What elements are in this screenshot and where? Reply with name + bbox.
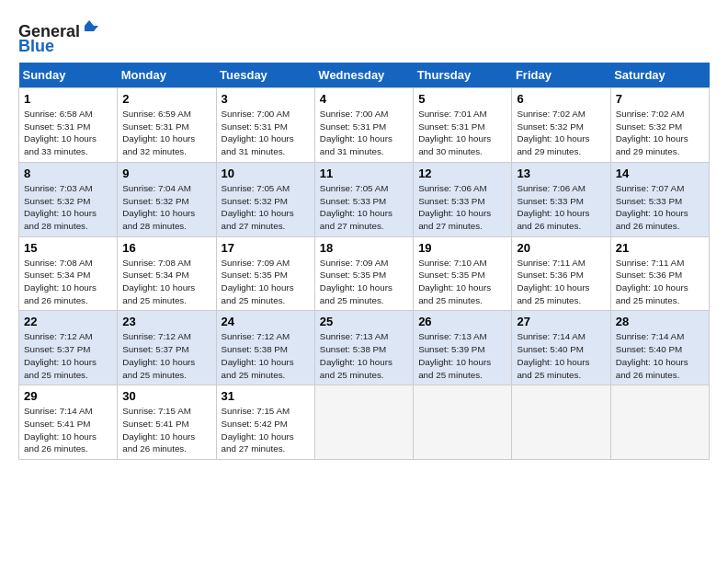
day-info: Sunrise: 7:06 AM Sunset: 5:33 PM Dayligh… [517,182,605,233]
day-info: Sunrise: 7:09 AM Sunset: 5:35 PM Dayligh… [320,257,408,307]
calendar-cell: 1Sunrise: 6:58 AM Sunset: 5:31 PM Daylig… [19,88,118,163]
calendar-cell: 13Sunrise: 7:06 AM Sunset: 5:33 PM Dayli… [512,162,610,236]
day-info: Sunrise: 7:12 AM Sunset: 5:38 PM Dayligh… [222,330,310,381]
day-info: Sunrise: 7:13 AM Sunset: 5:39 PM Dayligh… [418,330,506,381]
day-info: Sunrise: 7:08 AM Sunset: 5:34 PM Dayligh… [122,257,210,307]
day-number: 25 [320,315,408,328]
column-header-friday: Friday [512,63,610,88]
day-number: 20 [517,241,605,255]
calendar-cell [610,385,709,460]
calendar-header-row: SundayMondayTuesdayWednesdayThursdayFrid… [19,63,710,88]
day-number: 4 [320,92,408,106]
day-number: 19 [418,241,506,255]
day-info: Sunrise: 7:05 AM Sunset: 5:33 PM Dayligh… [320,182,408,233]
column-header-tuesday: Tuesday [216,63,314,88]
day-number: 1 [24,92,112,106]
day-number: 31 [222,389,310,403]
day-number: 26 [418,315,506,328]
logo-svg: General Blue [18,18,101,53]
calendar-cell: 19Sunrise: 7:10 AM Sunset: 5:35 PM Dayli… [414,236,512,311]
day-number: 22 [24,315,112,328]
page-header: General Blue [18,18,710,53]
calendar-cell: 29Sunrise: 7:14 AM Sunset: 5:41 PM Dayli… [19,385,118,460]
calendar-cell: 27Sunrise: 7:14 AM Sunset: 5:40 PM Dayli… [512,311,610,385]
day-info: Sunrise: 7:05 AM Sunset: 5:32 PM Dayligh… [222,182,310,233]
calendar-cell: 22Sunrise: 7:12 AM Sunset: 5:37 PM Dayli… [19,311,118,385]
calendar-cell: 23Sunrise: 7:12 AM Sunset: 5:37 PM Dayli… [118,311,216,385]
day-info: Sunrise: 7:12 AM Sunset: 5:37 PM Dayligh… [24,330,112,381]
day-info: Sunrise: 7:13 AM Sunset: 5:38 PM Dayligh… [320,330,408,381]
calendar-cell: 18Sunrise: 7:09 AM Sunset: 5:35 PM Dayli… [314,236,413,311]
calendar-cell [414,385,512,460]
day-number: 12 [418,167,506,180]
svg-text:Blue: Blue [18,37,54,53]
svg-marker-2 [85,20,94,26]
calendar-week-5: 29Sunrise: 7:14 AM Sunset: 5:41 PM Dayli… [19,385,710,460]
column-header-monday: Monday [118,63,216,88]
day-info: Sunrise: 7:00 AM Sunset: 5:31 PM Dayligh… [320,108,408,158]
day-number: 2 [122,92,210,106]
calendar-cell: 10Sunrise: 7:05 AM Sunset: 5:32 PM Dayli… [216,162,314,236]
day-number: 30 [122,389,210,403]
calendar-cell: 28Sunrise: 7:14 AM Sunset: 5:40 PM Dayli… [610,311,709,385]
day-number: 11 [320,167,408,180]
calendar-cell: 14Sunrise: 7:07 AM Sunset: 5:33 PM Dayli… [610,162,709,236]
calendar-week-3: 15Sunrise: 7:08 AM Sunset: 5:34 PM Dayli… [19,236,710,311]
day-number: 23 [122,315,210,328]
day-info: Sunrise: 7:01 AM Sunset: 5:31 PM Dayligh… [418,108,506,158]
day-info: Sunrise: 7:02 AM Sunset: 5:32 PM Dayligh… [517,108,605,158]
day-number: 29 [24,389,112,403]
day-info: Sunrise: 6:59 AM Sunset: 5:31 PM Dayligh… [122,108,210,158]
calendar-week-2: 8Sunrise: 7:03 AM Sunset: 5:32 PM Daylig… [19,162,710,236]
day-info: Sunrise: 7:06 AM Sunset: 5:33 PM Dayligh… [418,182,506,233]
day-number: 9 [122,167,210,180]
calendar-cell: 12Sunrise: 7:06 AM Sunset: 5:33 PM Dayli… [414,162,512,236]
calendar-cell [314,385,413,460]
day-number: 6 [517,92,605,106]
day-info: Sunrise: 7:14 AM Sunset: 5:40 PM Dayligh… [517,330,605,381]
day-info: Sunrise: 7:04 AM Sunset: 5:32 PM Dayligh… [122,182,210,233]
day-number: 21 [616,241,704,255]
day-number: 18 [320,241,408,255]
day-number: 27 [517,315,605,328]
calendar-cell: 2Sunrise: 6:59 AM Sunset: 5:31 PM Daylig… [118,88,216,163]
calendar-cell: 20Sunrise: 7:11 AM Sunset: 5:36 PM Dayli… [512,236,610,311]
calendar-cell: 17Sunrise: 7:09 AM Sunset: 5:35 PM Dayli… [216,236,314,311]
calendar-cell: 8Sunrise: 7:03 AM Sunset: 5:32 PM Daylig… [19,162,118,236]
day-number: 3 [222,92,310,106]
day-info: Sunrise: 7:12 AM Sunset: 5:37 PM Dayligh… [122,330,210,381]
logo: General Blue [18,18,101,53]
calendar-cell: 9Sunrise: 7:04 AM Sunset: 5:32 PM Daylig… [118,162,216,236]
day-number: 7 [616,92,704,106]
day-number: 10 [222,167,310,180]
column-header-sunday: Sunday [19,63,118,88]
day-info: Sunrise: 7:08 AM Sunset: 5:34 PM Dayligh… [24,257,112,307]
calendar-cell: 7Sunrise: 7:02 AM Sunset: 5:32 PM Daylig… [610,88,709,163]
calendar-cell: 15Sunrise: 7:08 AM Sunset: 5:34 PM Dayli… [19,236,118,311]
day-info: Sunrise: 7:11 AM Sunset: 5:36 PM Dayligh… [517,257,605,307]
day-number: 24 [222,315,310,328]
calendar-week-1: 1Sunrise: 6:58 AM Sunset: 5:31 PM Daylig… [19,88,710,163]
calendar-cell: 4Sunrise: 7:00 AM Sunset: 5:31 PM Daylig… [314,88,413,163]
day-number: 16 [122,241,210,255]
day-number: 8 [24,167,112,180]
calendar-cell: 11Sunrise: 7:05 AM Sunset: 5:33 PM Dayli… [314,162,413,236]
column-header-thursday: Thursday [414,63,512,88]
day-info: Sunrise: 7:09 AM Sunset: 5:35 PM Dayligh… [222,257,310,307]
day-number: 17 [222,241,310,255]
day-info: Sunrise: 7:11 AM Sunset: 5:36 PM Dayligh… [616,257,704,307]
day-info: Sunrise: 7:15 AM Sunset: 5:41 PM Dayligh… [122,405,210,455]
day-info: Sunrise: 7:10 AM Sunset: 5:35 PM Dayligh… [418,257,506,307]
day-info: Sunrise: 7:14 AM Sunset: 5:40 PM Dayligh… [616,330,704,381]
calendar-cell: 5Sunrise: 7:01 AM Sunset: 5:31 PM Daylig… [414,88,512,163]
day-number: 15 [24,241,112,255]
day-info: Sunrise: 7:00 AM Sunset: 5:31 PM Dayligh… [222,108,310,158]
calendar-cell: 3Sunrise: 7:00 AM Sunset: 5:31 PM Daylig… [216,88,314,163]
calendar-week-4: 22Sunrise: 7:12 AM Sunset: 5:37 PM Dayli… [19,311,710,385]
calendar-cell: 30Sunrise: 7:15 AM Sunset: 5:41 PM Dayli… [118,385,216,460]
day-number: 5 [418,92,506,106]
day-info: Sunrise: 7:02 AM Sunset: 5:32 PM Dayligh… [616,108,704,158]
calendar-cell: 6Sunrise: 7:02 AM Sunset: 5:32 PM Daylig… [512,88,610,163]
day-number: 14 [616,167,704,180]
calendar-cell: 25Sunrise: 7:13 AM Sunset: 5:38 PM Dayli… [314,311,413,385]
